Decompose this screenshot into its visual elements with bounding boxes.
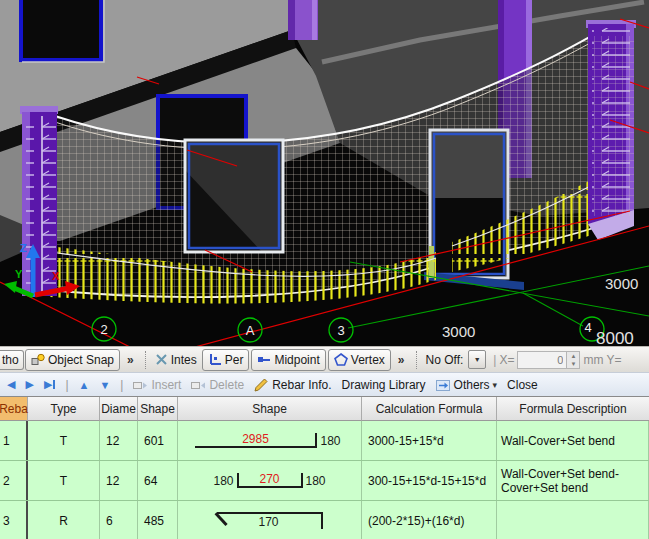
intes-label: Intes [171, 353, 197, 367]
toolbar-overflow-left[interactable]: » [127, 353, 134, 367]
bubble-2: 2 [100, 322, 107, 337]
cell-formula[interactable]: (200-2*15)+(16*d) [362, 501, 497, 539]
bend-length: 180 [320, 435, 340, 448]
offset-dropdown[interactable]: No Off: ▼ [422, 350, 491, 370]
perpendicular-snap-button[interactable]: Per [202, 349, 250, 371]
snap-toolbar: tho Object Snap » Intes Per [0, 346, 649, 372]
separator: | [493, 353, 496, 367]
cell-rebar-no[interactable]: 1 [0, 421, 28, 460]
close-button[interactable]: Close [504, 378, 541, 392]
others-icon [436, 378, 451, 392]
insert-icon [133, 378, 148, 392]
close-label: Close [507, 378, 538, 392]
cell-diameter[interactable]: 12 [100, 421, 138, 460]
3d-viewport[interactable]: 2 A 3 4 3000 3000 8000 [0, 0, 649, 346]
cell-diameter[interactable]: 6 [100, 501, 138, 539]
axis-y-label: Y [15, 268, 23, 280]
stepper-up-icon[interactable]: ▲ [567, 352, 579, 360]
cell-type[interactable]: R [28, 501, 100, 539]
x-coordinate-stepper[interactable]: ▲▼ [517, 351, 580, 369]
wall-window-opening [185, 140, 283, 252]
vertex-snap-button[interactable]: Vertex [328, 349, 391, 371]
cell-description[interactable]: Wall-Cover+Set bend-Cover+Set bend [497, 461, 649, 500]
cell-shape-diagram[interactable]: 2985 180 [178, 421, 362, 460]
segment-length: 2985 [242, 433, 269, 446]
header-shape-diagram[interactable]: Shape [178, 397, 362, 421]
cell-shape-code[interactable]: 485 [138, 501, 178, 539]
separator [416, 351, 417, 369]
object-snap-icon [31, 353, 45, 366]
per-label: Per [225, 353, 244, 367]
hook-mark [214, 512, 227, 526]
header-formula-description[interactable]: Formula Description [497, 397, 649, 421]
column-mid [288, 0, 318, 40]
ortho-button-partial[interactable]: tho [0, 350, 24, 370]
cell-formula[interactable]: 300-15+15*d-15+15*d [362, 461, 497, 500]
intersection-icon [155, 353, 168, 366]
dim-corner: 8000 [596, 329, 634, 346]
nav-prev-button[interactable]: ◀ [4, 378, 18, 391]
header-diameter[interactable]: Diame [100, 397, 138, 421]
midpoint-icon [257, 353, 271, 366]
move-down-button[interactable]: ▼ [96, 379, 113, 391]
object-snap-button[interactable]: Object Snap [25, 349, 120, 371]
intersection-snap-item[interactable]: Intes [151, 350, 201, 370]
x-coordinate-input[interactable] [517, 351, 567, 369]
cell-formula[interactable]: 3000-15+15*d [362, 421, 497, 460]
shape-diagram: 180 270 180 [210, 473, 328, 488]
chevron-down-icon[interactable]: ▼ [468, 350, 486, 369]
perpendicular-icon [208, 353, 222, 366]
drawing-library-label: Drawing Library [342, 378, 426, 392]
cell-shape-diagram[interactable]: 180 270 180 [178, 461, 362, 500]
shape-diagram: 170 [217, 512, 323, 529]
no-off-label: No Off: [426, 353, 464, 367]
cell-shape-diagram[interactable]: 170 [178, 501, 362, 539]
drawing-library-button[interactable]: Drawing Library [339, 378, 429, 392]
column-left [20, 106, 58, 296]
others-label: Others [454, 378, 490, 392]
dim-right: 3000 [605, 275, 638, 292]
header-rebar-no[interactable]: Reba [0, 397, 28, 421]
3d-scene: 2 A 3 4 3000 3000 8000 [0, 0, 649, 346]
axis-z-label: Z [20, 242, 27, 254]
cell-shape-code[interactable]: 64 [138, 461, 178, 500]
toolbar-overflow-right[interactable]: » [398, 353, 405, 367]
nav-next-button[interactable]: ▶ [22, 378, 36, 391]
insert-button[interactable]: Insert [130, 378, 184, 392]
column-right [586, 20, 636, 240]
table-row[interactable]: 3 R 6 485 170 (200-2*15)+(16*d) [0, 501, 649, 539]
header-type[interactable]: Type [28, 397, 100, 421]
move-up-button[interactable]: ▲ [76, 379, 93, 391]
separator: | [120, 378, 123, 392]
cell-shape-code[interactable]: 601 [138, 421, 178, 460]
stepper-down-icon[interactable]: ▼ [567, 360, 579, 368]
cell-rebar-no[interactable]: 2 [0, 461, 28, 500]
rebar-info-button[interactable]: Rebar Info. [251, 378, 334, 392]
stepper-arrows[interactable]: ▲▼ [567, 351, 580, 369]
cell-type[interactable]: T [28, 461, 100, 500]
table-row[interactable]: 2 T 12 64 180 270 180 300-15+15*d-15+15*… [0, 461, 649, 501]
shape-diagram: 2985 180 [195, 433, 343, 448]
delete-button[interactable]: Delete [188, 378, 247, 392]
x-coordinate-label: X= [499, 353, 514, 367]
rebar-info-label: Rebar Info. [272, 378, 331, 392]
separator: | [65, 378, 68, 392]
cell-description[interactable] [497, 501, 649, 539]
cell-rebar-no[interactable]: 3 [0, 501, 28, 539]
rebar-info-icon [254, 378, 269, 392]
midpoint-snap-button[interactable]: Midpoint [251, 349, 325, 371]
cell-description[interactable]: Wall-Cover+Set bend [497, 421, 649, 460]
header-calculation-formula[interactable]: Calculation Formula [362, 397, 497, 421]
table-row[interactable]: 1 T 12 601 2985 180 3000-15+15*d Wall-Co… [0, 421, 649, 461]
nav-last-button[interactable]: ▶ [41, 378, 58, 391]
others-button[interactable]: Others ▾ [433, 378, 501, 392]
cell-type[interactable]: T [28, 421, 100, 460]
header-shape-code[interactable]: Shape [138, 397, 178, 421]
cell-diameter[interactable]: 12 [100, 461, 138, 500]
separator [145, 351, 146, 369]
ortho-label: tho [2, 353, 19, 367]
midpoint-label: Midpoint [274, 353, 319, 367]
table-toolbar: ◀ ▶ ▶ | ▲ ▼ | Insert Delete Rebar Info. [0, 372, 649, 396]
vertex-icon [334, 353, 348, 366]
vertex-label: Vertex [351, 353, 385, 367]
